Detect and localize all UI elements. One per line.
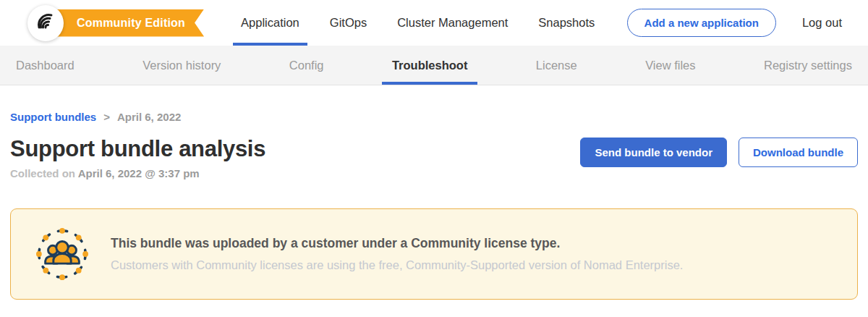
breadcrumb-separator: > — [103, 111, 110, 123]
subtab-config[interactable]: Config — [279, 46, 334, 85]
breadcrumb: Support bundles > April 6, 2022 — [10, 111, 858, 123]
page-title: Support bundle analysis — [10, 136, 265, 162]
banner-text: This bundle was uploaded by a customer u… — [111, 236, 683, 272]
main-content: Support bundles > April 6, 2022 Support … — [0, 111, 868, 300]
app-sub-nav: Dashboard Version history Config Trouble… — [0, 46, 868, 85]
add-new-application-button[interactable]: Add a new application — [627, 9, 776, 37]
subtab-version-history[interactable]: Version history — [132, 46, 231, 85]
header-actions: Add a new application Log out — [627, 9, 842, 37]
collected-value: April 6, 2022 @ 3:37 pm — [78, 167, 200, 179]
subtab-registry-settings[interactable]: Registry settings — [754, 46, 862, 85]
community-edition-badge: Community Edition — [45, 9, 204, 37]
title-row: Support bundle analysis Collected on Apr… — [10, 136, 858, 179]
brand: Community Edition — [27, 0, 204, 46]
tab-snapshots[interactable]: Snapshots — [523, 0, 610, 46]
logout-link[interactable]: Log out — [802, 16, 842, 30]
subtab-view-files[interactable]: View files — [635, 46, 705, 85]
bundle-actions: Send bundle to vendor Download bundle — [580, 136, 858, 167]
title-block: Support bundle analysis Collected on Apr… — [10, 136, 265, 179]
subtab-license[interactable]: License — [526, 46, 587, 85]
community-license-banner: This bundle was uploaded by a customer u… — [10, 208, 858, 300]
tab-cluster-management[interactable]: Cluster Management — [382, 0, 523, 46]
app-logo[interactable] — [27, 5, 64, 41]
send-bundle-to-vendor-button[interactable]: Send bundle to vendor — [580, 138, 727, 167]
replicated-logo-icon — [35, 11, 56, 35]
breadcrumb-current: April 6, 2022 — [117, 111, 181, 123]
banner-subtext: Customers with Community licenses are us… — [111, 258, 683, 272]
collected-prefix: Collected on — [10, 167, 75, 179]
collected-timestamp: Collected on April 6, 2022 @ 3:37 pm — [10, 167, 265, 179]
download-bundle-button[interactable]: Download bundle — [739, 138, 858, 167]
tab-gitops[interactable]: GitOps — [315, 0, 382, 46]
top-header: Community Edition Application GitOps Clu… — [0, 0, 868, 46]
community-edition-badge-label: Community Edition — [77, 17, 185, 30]
main-nav: Application GitOps Cluster Management Sn… — [226, 0, 610, 46]
tab-application[interactable]: Application — [226, 0, 315, 46]
subtab-troubleshoot[interactable]: Troubleshoot — [382, 46, 478, 85]
banner-heading: This bundle was uploaded by a customer u… — [111, 236, 683, 251]
breadcrumb-support-bundles-link[interactable]: Support bundles — [10, 111, 96, 123]
community-group-icon — [35, 227, 89, 281]
subtab-dashboard[interactable]: Dashboard — [6, 46, 85, 85]
